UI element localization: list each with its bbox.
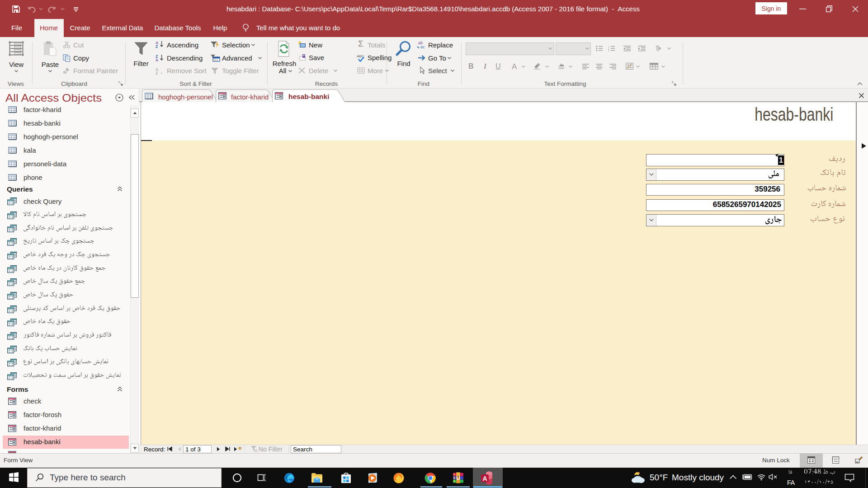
svg-text:ac: ac (420, 45, 425, 49)
svg-text:Z: Z (156, 44, 158, 48)
svg-text:A: A (482, 475, 487, 482)
svg-text:A: A (156, 58, 158, 61)
svg-text:3: 3 (608, 49, 609, 52)
svg-text:Z: Z (156, 71, 158, 75)
